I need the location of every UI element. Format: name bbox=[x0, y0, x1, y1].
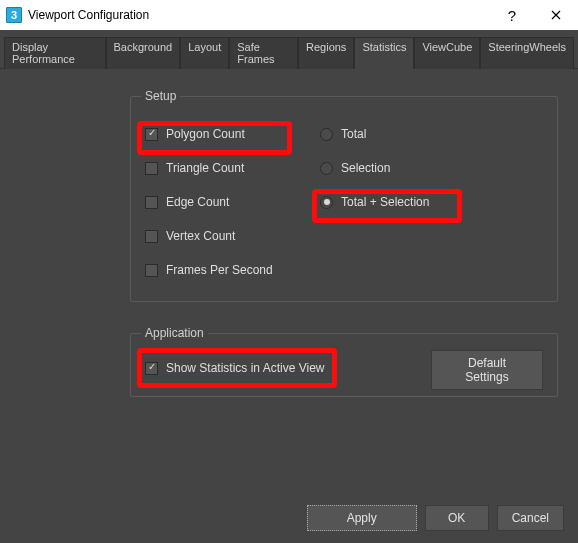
setup-legend: Setup bbox=[141, 89, 180, 103]
label-triangle-count: Triangle Count bbox=[166, 161, 244, 175]
cancel-button[interactable]: Cancel bbox=[497, 505, 564, 531]
checkbox-vertex-count[interactable] bbox=[145, 230, 158, 243]
close-icon bbox=[551, 10, 561, 20]
setup-group: Setup Polygon Count Total Triangle Count bbox=[130, 89, 558, 302]
application-group: Application Default Settings Show Statis… bbox=[130, 326, 558, 397]
window-title: Viewport Configuration bbox=[28, 8, 490, 22]
label-edge-count: Edge Count bbox=[166, 195, 229, 209]
label-selection: Selection bbox=[341, 161, 390, 175]
radio-total[interactable] bbox=[320, 128, 333, 141]
radio-selection[interactable] bbox=[320, 162, 333, 175]
radio-total-selection[interactable] bbox=[320, 196, 333, 209]
tab-statistics[interactable]: Statistics bbox=[354, 37, 414, 69]
label-vertex-count: Vertex Count bbox=[166, 229, 235, 243]
application-legend: Application bbox=[141, 326, 208, 340]
tab-viewcube[interactable]: ViewCube bbox=[414, 37, 480, 69]
checkbox-edge-count[interactable] bbox=[145, 196, 158, 209]
label-total-selection: Total + Selection bbox=[341, 195, 429, 209]
tab-layout[interactable]: Layout bbox=[180, 37, 229, 69]
titlebar: 3 Viewport Configuration ? bbox=[0, 0, 578, 30]
ok-button[interactable]: OK bbox=[425, 505, 489, 531]
app-icon: 3 bbox=[6, 7, 22, 23]
dialog-footer: Apply OK Cancel bbox=[307, 505, 564, 531]
label-total: Total bbox=[341, 127, 366, 141]
dialog-window: 3 Viewport Configuration ? Display Perfo… bbox=[0, 0, 578, 543]
checkbox-triangle-count[interactable] bbox=[145, 162, 158, 175]
tab-regions[interactable]: Regions bbox=[298, 37, 354, 69]
help-button[interactable]: ? bbox=[490, 0, 534, 30]
tab-display-performance[interactable]: Display Performance bbox=[4, 37, 106, 69]
label-polygon-count: Polygon Count bbox=[166, 127, 245, 141]
checkbox-fps[interactable] bbox=[145, 264, 158, 277]
tab-content: Setup Polygon Count Total Triangle Count bbox=[0, 69, 578, 397]
apply-button[interactable]: Apply bbox=[307, 505, 417, 531]
close-button[interactable] bbox=[534, 0, 578, 30]
tab-steeringwheels[interactable]: SteeringWheels bbox=[480, 37, 574, 69]
tabbar: Display Performance Background Layout Sa… bbox=[0, 30, 578, 69]
label-show-stats: Show Statistics in Active View bbox=[166, 361, 325, 375]
label-fps: Frames Per Second bbox=[166, 263, 273, 277]
tab-safe-frames[interactable]: Safe Frames bbox=[229, 37, 298, 69]
tab-background[interactable]: Background bbox=[106, 37, 181, 69]
checkbox-polygon-count[interactable] bbox=[145, 128, 158, 141]
checkbox-show-stats[interactable] bbox=[145, 362, 158, 375]
